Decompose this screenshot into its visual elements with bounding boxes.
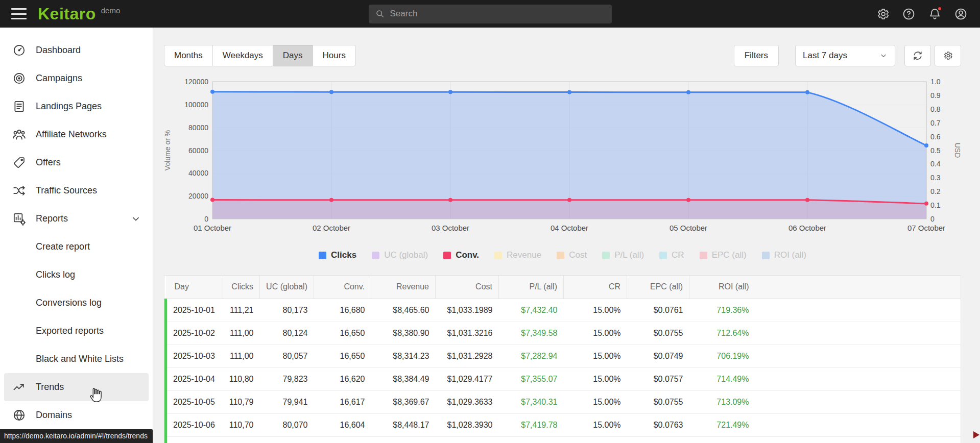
notifications-bell-icon[interactable] xyxy=(928,7,942,21)
cell: 2025-10-07 xyxy=(166,436,223,443)
point-Conv. xyxy=(567,198,571,202)
main-content: MonthsWeekdaysDaysHours Filters Last 7 d… xyxy=(153,28,980,443)
table-row[interactable]: 2025-10-0764,2346,4029,635$4,888.67$595.… xyxy=(166,436,961,443)
svg-text:Volume or %: Volume or % xyxy=(164,130,172,170)
column-header[interactable]: Clicks xyxy=(223,276,260,299)
status-url-tooltip: https://demo.keitaro.io/admin/#!/trends/… xyxy=(0,429,153,443)
table-row[interactable]: 2025-10-01111,2180,17316,680$8,465.60$1,… xyxy=(166,299,961,322)
legend-item[interactable]: Revenue xyxy=(494,250,541,260)
cell: 110,79 xyxy=(223,390,260,413)
table-row[interactable]: 2025-10-02111,0080,12416,650$8,380.90$1,… xyxy=(166,322,961,344)
sidebar-item-offers[interactable]: Offers xyxy=(4,149,149,177)
sidebar-item-conversions-log[interactable]: Conversions log xyxy=(4,289,149,317)
sidebar-item-create-report[interactable]: Create report xyxy=(4,233,149,261)
search-input[interactable] xyxy=(390,9,606,19)
sidebar-item-label: Create report xyxy=(36,241,90,252)
cell: 64,23 xyxy=(223,436,260,443)
table-row[interactable]: 2025-10-04110,8079,82316,620$8,384.49$1,… xyxy=(166,367,961,390)
column-header[interactable]: Revenue xyxy=(371,276,436,299)
date-range-select[interactable]: Last 7 days xyxy=(795,45,895,66)
sidebar-item-traffic-sources[interactable]: Traffic Sources xyxy=(4,177,149,205)
svg-text:0.1: 0.1 xyxy=(930,201,941,209)
column-header[interactable]: P/L (all) xyxy=(499,276,564,299)
table-row[interactable]: 2025-10-03111,0080,05716,650$8,314.23$1,… xyxy=(166,344,961,367)
legend-item[interactable]: EPC (all) xyxy=(700,250,747,260)
column-header[interactable]: ROI (all) xyxy=(689,276,755,299)
legend-swatch xyxy=(762,252,770,259)
legend-item[interactable]: Cost xyxy=(557,250,587,260)
sidebar-item-domains[interactable]: Domains xyxy=(4,401,149,429)
trends-line-chart[interactable]: 02000040000600008000010000012000000.10.2… xyxy=(164,77,961,237)
chevron-down-icon[interactable] xyxy=(130,213,141,225)
table-row[interactable]: 2025-10-05110,7979,94116,617$8,369.67$1,… xyxy=(166,390,961,413)
help-icon[interactable] xyxy=(902,7,916,21)
cell: 720.63% xyxy=(689,436,755,443)
cell-filler xyxy=(755,367,961,390)
toolbar-right: Filters Last 7 days xyxy=(734,45,961,66)
sidebar-item-affiliate-networks[interactable]: Affiliate Networks xyxy=(4,120,149,149)
cell: $0.0749 xyxy=(627,344,689,367)
sidebar-item-clicks-log[interactable]: Clicks log xyxy=(4,261,149,289)
tab-days[interactable]: Days xyxy=(273,45,313,66)
column-header[interactable]: Cost xyxy=(436,276,499,299)
sidebar-item-campaigns[interactable]: Campaigns xyxy=(4,64,149,92)
legend-swatch xyxy=(557,252,564,259)
cell: 16,650 xyxy=(314,344,371,367)
sidebar-item-black-and-white-lists[interactable]: Black and White Lists xyxy=(4,345,149,373)
legend-label: Clicks xyxy=(331,250,356,260)
cell: $7,355.07 xyxy=(499,367,564,390)
cell: 714.49% xyxy=(689,367,755,390)
sidebar-item-label: Offers xyxy=(36,157,61,168)
user-avatar-icon[interactable] xyxy=(954,7,968,21)
sidebar-item-exported-reports[interactable]: Exported reports xyxy=(4,317,149,345)
cell: 15.00% xyxy=(564,413,627,436)
cell: 111,00 xyxy=(223,344,260,367)
chart-settings-button[interactable] xyxy=(935,45,961,66)
point-Clicks xyxy=(924,143,928,147)
topbar-actions xyxy=(864,7,968,21)
settings-gear-icon[interactable] xyxy=(876,7,890,21)
cell: 110,80 xyxy=(223,367,260,390)
column-header[interactable]: Conv. xyxy=(314,276,371,299)
cell: 16,617 xyxy=(314,390,371,413)
tab-months[interactable]: Months xyxy=(164,45,213,66)
table-row[interactable]: 2025-10-06110,7080,07016,604$8,448.17$1,… xyxy=(166,413,961,436)
global-search[interactable] xyxy=(369,5,612,23)
cell-filler xyxy=(755,436,961,443)
legend-item[interactable]: CR xyxy=(659,250,684,260)
cell: $595.7412 xyxy=(436,436,499,443)
view-tabs: MonthsWeekdaysDaysHours xyxy=(164,45,356,66)
refresh-button[interactable] xyxy=(904,45,931,66)
tab-hours[interactable]: Hours xyxy=(313,45,356,66)
column-header[interactable]: UC (global) xyxy=(260,276,314,299)
cell: 79,941 xyxy=(260,390,314,413)
sidebar-item-reports[interactable]: Reports xyxy=(4,205,149,233)
sidebar-item-trends[interactable]: Trends xyxy=(4,373,149,401)
column-header[interactable]: CR xyxy=(564,276,627,299)
cell: 2025-10-01 xyxy=(166,299,223,322)
filters-button[interactable]: Filters xyxy=(734,45,779,66)
cell: 2025-10-02 xyxy=(166,322,223,344)
legend-item[interactable]: Conv. xyxy=(443,250,479,260)
sidebar-item-label: Traffic Sources xyxy=(36,185,97,196)
cell: 80,057 xyxy=(260,344,314,367)
gear-icon xyxy=(943,51,953,61)
column-header[interactable]: Day xyxy=(166,276,223,299)
search-icon xyxy=(375,9,385,19)
sidebar-item-label: Affiliate Networks xyxy=(36,129,107,140)
legend-item[interactable]: UC (global) xyxy=(372,250,428,260)
sidebar-item-landings-pages[interactable]: Landings Pages xyxy=(4,92,149,120)
legend-item[interactable]: ROI (all) xyxy=(762,250,806,260)
tab-weekdays[interactable]: Weekdays xyxy=(212,45,273,66)
cell-filler xyxy=(755,299,961,322)
sidebar-item-dashboard[interactable]: Dashboard xyxy=(4,36,149,64)
menu-icon[interactable] xyxy=(11,8,27,19)
cell: $0.0761 xyxy=(627,299,689,322)
keitaro-logo[interactable]: Keitaro xyxy=(38,5,96,23)
cell: $8,380.90 xyxy=(371,322,436,344)
legend-item[interactable]: Clicks xyxy=(319,250,356,260)
cell: 46,402 xyxy=(260,436,314,443)
point-Clicks xyxy=(686,90,690,94)
legend-item[interactable]: P/L (all) xyxy=(602,250,644,260)
column-header[interactable]: EPC (all) xyxy=(627,276,689,299)
